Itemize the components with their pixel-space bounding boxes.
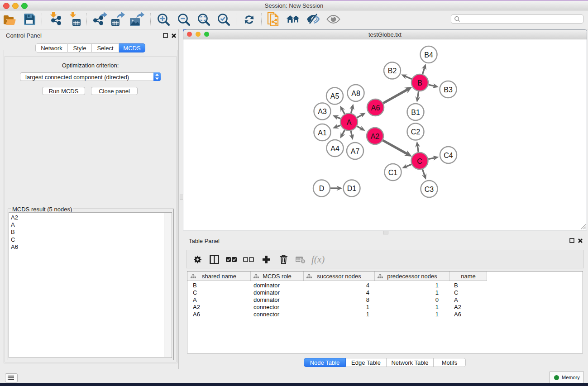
svg-text:B3: B3 xyxy=(444,86,453,94)
svg-text:D1: D1 xyxy=(347,185,357,192)
svg-text:A4: A4 xyxy=(330,145,339,152)
svg-text:B1: B1 xyxy=(411,109,420,116)
svg-text:A5: A5 xyxy=(330,92,339,100)
svg-text:D: D xyxy=(319,185,325,192)
svg-text:A3: A3 xyxy=(318,108,327,115)
svg-text:C3: C3 xyxy=(425,186,434,193)
svg-text:A1: A1 xyxy=(318,129,327,137)
svg-text:B4: B4 xyxy=(424,51,433,59)
svg-text:C: C xyxy=(417,157,422,165)
svg-text:A7: A7 xyxy=(351,148,360,155)
svg-text:C2: C2 xyxy=(411,128,421,136)
svg-text:C1: C1 xyxy=(388,169,398,176)
svg-text:B: B xyxy=(417,79,422,87)
svg-text:B2: B2 xyxy=(388,67,397,75)
svg-text:C4: C4 xyxy=(444,152,453,159)
svg-text:A: A xyxy=(347,119,352,126)
svg-text:A6: A6 xyxy=(371,104,380,112)
svg-text:A2: A2 xyxy=(371,133,380,140)
svg-text:A8: A8 xyxy=(351,90,360,97)
